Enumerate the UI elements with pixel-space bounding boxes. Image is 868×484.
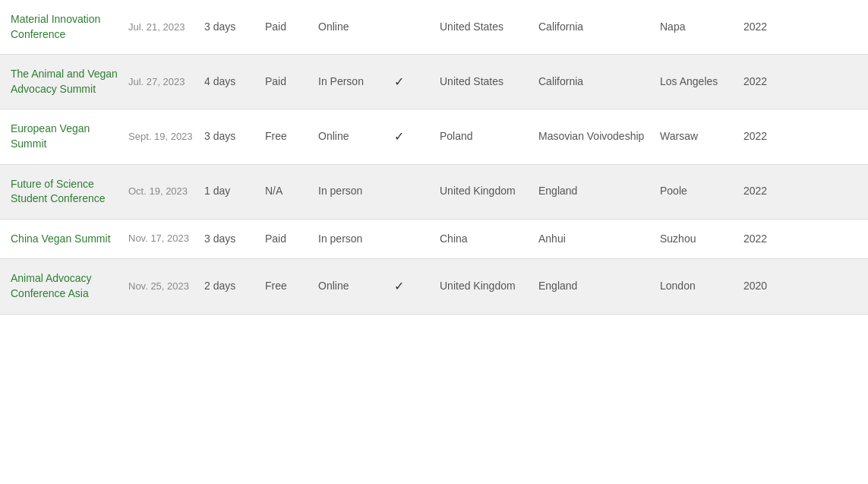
event-checked [390,188,435,195]
table-row: The Animal and Vegan Advocacy Summit Jul… [0,55,868,109]
event-format: Online [314,126,390,147]
event-cost: Free [260,126,314,147]
event-duration: 4 days [200,71,260,93]
event-checked [390,236,435,242]
table-row: Material Innovation Conference Jul. 21, … [0,0,868,55]
event-region: California [534,17,655,38]
event-cost: N/A [260,181,314,202]
event-region: California [534,71,655,93]
event-year: 2022 [739,17,792,38]
event-date: Nov. 17, 2023 [124,229,200,248]
event-format: Online [314,276,390,297]
event-duration: 1 day [200,181,260,202]
table-row: Animal Advocacy Conference Asia Nov. 25,… [0,259,868,314]
event-region: England [534,181,655,202]
event-date: Oct. 19, 2023 [124,182,200,201]
event-country: United States [435,71,534,93]
event-name[interactable]: China Vegan Summit [6,229,124,250]
event-city: Warsaw [655,126,739,147]
event-date: Jul. 21, 2023 [124,17,200,37]
event-checked: ✓ [390,125,435,148]
event-duration: 2 days [200,276,260,297]
table-row: Future of Science Student Conference Oct… [0,165,868,220]
event-name[interactable]: The Animal and Vegan Advocacy Summit [6,64,124,100]
event-name[interactable]: Future of Science Student Conference [6,174,124,210]
event-country: United Kingdom [435,276,534,297]
event-cost: Paid [260,71,314,93]
event-country: United States [435,17,534,38]
event-city: Suzhou [655,229,739,250]
event-year: 2020 [739,276,792,297]
event-year: 2022 [739,229,792,250]
event-cost: Paid [260,17,314,38]
event-format: In person [314,229,390,250]
event-country: United Kingdom [435,181,534,202]
event-city: Los Angeles [655,71,739,93]
event-duration: 3 days [200,229,260,250]
event-city: Napa [655,17,739,38]
event-country: China [435,229,534,250]
event-region: Anhui [534,229,655,250]
event-cost: Free [260,276,314,297]
event-date: Sept. 19, 2023 [124,127,200,147]
event-name[interactable]: European Vegan Summit [6,119,124,154]
event-checked: ✓ [390,275,435,298]
event-format: Online [314,17,390,38]
event-duration: 3 days [200,17,260,38]
event-format: In Person [314,71,390,93]
event-year: 2022 [739,181,792,202]
event-region: Masovian Voivodeship [534,126,655,147]
event-date: Jul. 27, 2023 [124,72,200,92]
event-cost: Paid [260,229,314,250]
event-duration: 3 days [200,126,260,147]
event-country: Poland [435,126,534,147]
event-checked [390,24,435,30]
event-city: Poole [655,181,739,202]
event-year: 2022 [739,126,792,147]
table-row: European Vegan Summit Sept. 19, 2023 3 d… [0,109,868,164]
event-city: London [655,276,739,297]
event-checked: ✓ [390,71,435,93]
event-region: England [534,276,655,297]
event-name[interactable]: Material Innovation Conference [6,9,124,45]
event-date: Nov. 25, 2023 [124,277,200,296]
table-row: China Vegan Summit Nov. 17, 2023 3 days … [0,220,868,260]
events-table: Material Innovation Conference Jul. 21, … [0,0,868,315]
event-year: 2022 [739,71,792,93]
event-format: In person [314,181,390,202]
event-name[interactable]: Animal Advocacy Conference Asia [6,268,124,304]
